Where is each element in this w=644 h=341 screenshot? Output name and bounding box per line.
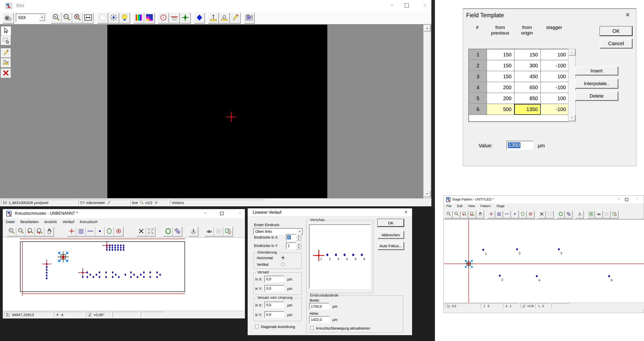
table-cell[interactable]: 100 xyxy=(541,49,569,60)
cancel-button[interactable]: Cancel xyxy=(600,39,632,48)
toolbar-button-zoom-point[interactable] xyxy=(461,211,468,218)
toolbar-button-grid-disabled[interactable] xyxy=(603,211,611,218)
toolbar-button-zoom-in[interactable]: + xyxy=(7,227,16,236)
horizontal-radio[interactable] xyxy=(281,256,285,259)
scroll-down-icon[interactable]: ▼ xyxy=(424,191,430,197)
table-cell[interactable]: -100 xyxy=(541,60,569,71)
ok-button[interactable]: OK xyxy=(600,26,632,36)
toolbar-button-pattern-grid[interactable] xyxy=(76,227,86,236)
toolbar-button-ring[interactable] xyxy=(163,227,173,236)
table-cell[interactable]: 850 xyxy=(514,93,541,104)
magnification-select[interactable]: 50X ▼ xyxy=(16,13,46,22)
toolbar-button-zoom-cancel[interactable]: ✕ xyxy=(72,13,83,23)
scroll-down-icon[interactable]: ▼ xyxy=(569,115,575,121)
toolbar-button-palette-bars[interactable] xyxy=(133,13,144,23)
menu-datei[interactable]: Datei xyxy=(6,220,15,224)
menu-file[interactable]: File xyxy=(446,204,451,208)
toolbar-button-level-line[interactable] xyxy=(169,13,180,23)
menu-stage[interactable]: Stage xyxy=(496,204,505,208)
side-tool-pencil[interactable] xyxy=(1,48,11,58)
table-cell[interactable]: 1350 xyxy=(514,104,541,115)
menu-view[interactable]: View xyxy=(468,204,475,208)
maximize-icon[interactable] xyxy=(404,3,409,8)
toolbar-button-stage-cross[interactable] xyxy=(180,13,191,23)
table-scrollbar[interactable]: ▲ ▼ xyxy=(568,49,576,122)
toolbar-button-brightness[interactable] xyxy=(108,13,119,23)
menu-edit[interactable]: Edit xyxy=(457,204,463,208)
table-cell[interactable]: -100 xyxy=(541,82,569,93)
row-number-cell[interactable]: 3 xyxy=(469,71,487,82)
row-number-cell[interactable]: 1 xyxy=(469,49,487,60)
maximize-icon[interactable] xyxy=(625,198,628,201)
toolbar-button-pattern-circled-point[interactable] xyxy=(114,227,123,236)
offset-x-input[interactable]: 0,0 xyxy=(264,276,284,282)
toolbar-button-pattern-cycle[interactable] xyxy=(565,211,572,218)
minimize-icon[interactable]: – xyxy=(202,211,209,215)
toolbar-button-pattern-cross[interactable] xyxy=(67,227,76,236)
table-cell[interactable]: 450 xyxy=(514,71,541,82)
origin-x-input[interactable]: 0,0 xyxy=(264,302,284,308)
toolbar-button-zoom-points[interactable] xyxy=(468,211,476,218)
chevron-down-icon[interactable]: ▼ xyxy=(39,14,45,21)
toolbar-button-pan-hand[interactable] xyxy=(476,211,484,218)
table-cell[interactable]: 150 xyxy=(487,49,514,60)
close-icon[interactable]: × xyxy=(634,196,641,201)
side-tool-cursor[interactable] xyxy=(1,26,11,36)
diagonal-checkbox[interactable] xyxy=(255,325,259,328)
offset-y-input[interactable]: 0,0 xyxy=(264,285,284,292)
toolbar-button-lamp[interactable] xyxy=(119,13,130,23)
value-input[interactable]: 1350 xyxy=(506,141,533,150)
toolbar-button-color-image[interactable] xyxy=(144,13,155,23)
toolbar-button-zoom-in[interactable]: + xyxy=(445,211,452,218)
toolbar-button-pattern-point[interactable] xyxy=(511,211,519,218)
toolbar-button-send-stage[interactable] xyxy=(189,227,198,236)
side-tool-curve-ruler[interactable] xyxy=(1,58,11,68)
table-cell[interactable]: 500 xyxy=(487,104,514,115)
toolbar-button-pattern-cycle[interactable] xyxy=(173,227,182,236)
toolbar-button-fit-view[interactable] xyxy=(146,227,155,236)
row-number-cell[interactable]: 6 xyxy=(469,104,487,115)
toolbar-button-stage-info[interactable]: IS xyxy=(611,211,618,218)
bild-scrollbar[interactable]: ▲ ▼ xyxy=(423,25,431,198)
table-cell[interactable]: 200 xyxy=(487,82,514,93)
table-cell[interactable]: 650 xyxy=(514,82,541,93)
close-icon[interactable]: × xyxy=(420,2,430,9)
toolbar-button-pattern-ellipse[interactable] xyxy=(105,227,114,236)
toolbar-button-pencil[interactable] xyxy=(230,13,241,23)
menu-ansicht[interactable]: Ansicht xyxy=(44,220,57,224)
minimize-icon[interactable]: – xyxy=(615,197,622,201)
width-input[interactable]: 1704,0 xyxy=(309,303,329,310)
toolbar-button-grid-transfer[interactable] xyxy=(587,211,595,218)
toolbar-button-stage-view[interactable] xyxy=(595,211,603,218)
toolbar-button-zoom-point[interactable] xyxy=(26,227,35,236)
toolbar-button-zoom-points[interactable] xyxy=(35,227,44,236)
row-number-cell[interactable]: 5 xyxy=(469,93,487,104)
table-cell[interactable]: 150 xyxy=(514,49,541,60)
toolbar-button-stage-view[interactable] xyxy=(205,227,214,236)
toolbar-button-pattern-cross[interactable] xyxy=(487,211,495,218)
toolbar-button-pattern-grid[interactable] xyxy=(495,211,503,218)
toolbar-button-stage-info[interactable]: IS xyxy=(223,227,233,236)
toolbar-button-measure-hand[interactable] xyxy=(219,13,230,23)
toolbar-button-pattern-point[interactable] xyxy=(95,227,105,236)
toolbar-button-delete-x[interactable] xyxy=(137,227,146,236)
toolbar-button-report-camera[interactable] xyxy=(244,13,255,23)
toolbar-button-fit-view[interactable] xyxy=(546,211,553,218)
close-icon[interactable]: × xyxy=(625,10,630,19)
kreuztisch-canvas[interactable] xyxy=(3,238,245,311)
minimize-icon[interactable]: – xyxy=(387,2,397,9)
toolbar-button-zoom-out[interactable]: – xyxy=(16,227,26,236)
toolbar-button-red-ring[interactable]: + xyxy=(158,13,169,23)
row-number-cell[interactable]: 2 xyxy=(469,60,487,71)
scroll-up-icon[interactable]: ▲ xyxy=(424,25,430,31)
toolbar-button-zoom-in[interactable]: + xyxy=(51,13,61,23)
ok-button[interactable]: OK xyxy=(378,219,404,227)
interpolate-button[interactable]: Interpolate.. xyxy=(575,79,618,88)
toolbar-button-blue-diamond[interactable] xyxy=(194,13,205,23)
scroll-up-icon[interactable]: ▲ xyxy=(569,49,575,55)
toolbar-button-send-stage[interactable] xyxy=(576,211,584,218)
table-cell[interactable]: 150 xyxy=(487,60,514,71)
table-cell[interactable]: -100 xyxy=(541,104,569,115)
bild-canvas[interactable]: ▲ ▼ xyxy=(0,25,431,198)
table-cell[interactable]: 200 xyxy=(487,93,514,104)
